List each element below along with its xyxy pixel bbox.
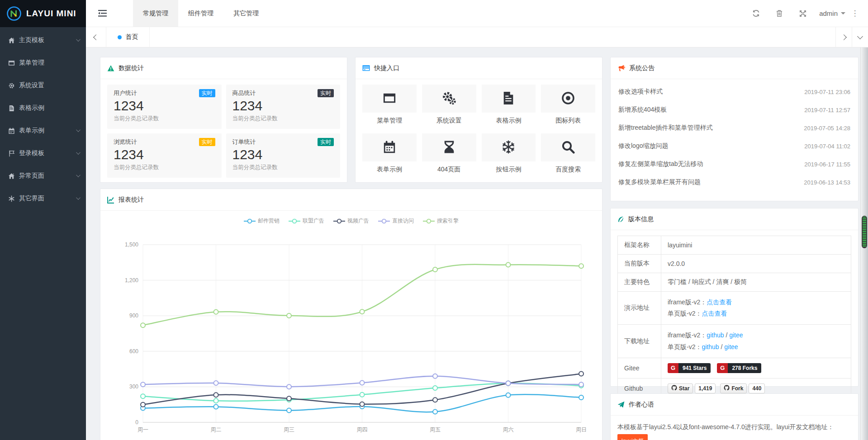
github-fork-button[interactable]: Fork [720, 383, 747, 393]
link[interactable]: github [702, 343, 719, 350]
scrollbar-thumb[interactable] [862, 216, 867, 248]
tab-scroll-left-icon[interactable] [86, 27, 106, 47]
app-logo[interactable]: LAYUI MINI [0, 0, 86, 27]
tab-operations-icon[interactable] [852, 27, 868, 47]
shortcut-tile[interactable] [541, 133, 595, 161]
line-chart-icon [107, 196, 114, 203]
page-tab-home[interactable]: 首页 [106, 27, 150, 47]
vertical-scrollbar[interactable] [860, 47, 868, 440]
shortcut-tile[interactable] [482, 85, 536, 113]
svg-text:900: 900 [129, 312, 138, 319]
legend-item[interactable]: 直接访问 [378, 217, 414, 225]
panel-announcements: 系统公告 修改选项卡样式2019-07-11 23:06新增系统404模板201… [610, 57, 859, 201]
shortcut-label: 按钮示例 [482, 166, 536, 174]
announcement-row-6[interactable]: 修复多模块菜单栏展开有问题2019-06-13 14:53 [617, 173, 851, 191]
announcement-row-4[interactable]: 修改logo缩放问题2019-07-04 11:02 [617, 137, 851, 155]
legend-item[interactable]: 视频广告 [333, 217, 369, 225]
version-table: 框架名称layuimini当前版本v2.0.0主要特色零门槛 / 响应式 / 清… [617, 236, 851, 399]
main-content: 数据统计 用户统计实时1234当前分类总记录数商品统计实时1234当前分类总记录… [86, 47, 868, 440]
announcement-row-5[interactable]: 修复左侧菜单缩放tab无法移动2019-06-17 11:55 [617, 155, 851, 173]
announcement-time: 2019-06-13 14:53 [804, 179, 850, 186]
clear-cache-trash-icon[interactable] [768, 9, 791, 17]
gears-icon [8, 82, 19, 89]
header-tab-3[interactable]: 其它管理 [223, 0, 269, 27]
fullscreen-icon[interactable] [791, 10, 815, 17]
github-star-button[interactable]: Star [668, 383, 693, 393]
link[interactable]: gitee [729, 331, 743, 339]
shortcut-tile[interactable] [362, 133, 417, 161]
legend-item[interactable]: 联盟广告 [289, 217, 324, 225]
shortcut-tile[interactable] [362, 85, 417, 113]
gitee-badge[interactable]: G941 Stars [668, 363, 711, 373]
sidebar-item-7[interactable]: 异常页面 [0, 165, 86, 187]
header-tab-2[interactable]: 组件管理 [178, 0, 223, 27]
sidebar-item-5[interactable]: 表单示例 [0, 119, 86, 142]
announcement-text: 修复左侧菜单缩放tab无法移动 [618, 160, 703, 168]
github-count[interactable]: 440 [749, 383, 765, 393]
author-content: 本模板基于layui2.5.4以及font-awesome-4.7.0进行实现。… [611, 416, 858, 440]
legend-label: 直接访问 [392, 217, 414, 225]
layui-doc-badge[interactable]: layui文档 [617, 434, 648, 440]
sidebar-item-3[interactable]: 系统设置 [0, 74, 86, 97]
sidebar-item-6[interactable]: 登录模板 [0, 142, 86, 165]
window-icon [383, 91, 396, 106]
header-tab-1[interactable]: 常规管理 [133, 0, 178, 27]
more-options-icon[interactable]: ⋮ [848, 9, 862, 18]
gitee-badge[interactable]: G278 Forks [717, 363, 761, 373]
stat-label: 商品统计 [232, 89, 256, 97]
shortcut-tile[interactable] [422, 85, 476, 113]
sidebar-item-4[interactable]: 表格示例 [0, 97, 86, 119]
sidebar-item-8[interactable]: 其它界面 [0, 187, 86, 210]
flag-icon [8, 150, 19, 157]
stat-caption: 当前分类总记录数 [232, 164, 334, 171]
user-menu[interactable]: admin [819, 9, 845, 17]
stat-card-1: 用户统计实时1234当前分类总记录数 [107, 85, 222, 129]
gitee-logo-icon: G [668, 363, 678, 373]
shortcut-tile[interactable] [422, 133, 476, 161]
announcement-row-2[interactable]: 新增系统404模板2019-07-11 12:57 [617, 101, 851, 119]
announcement-text: 修复多模块菜单栏展开有问题 [618, 178, 701, 186]
shortcut-tile[interactable] [541, 85, 595, 113]
shortcut-label: 图标列表 [541, 117, 595, 125]
chevron-down-icon [76, 195, 81, 200]
shortcut-grid: 菜单管理系统设置表格示例图标列表表单示例404页面按钮示例百度搜索 [362, 85, 595, 182]
shortcut-label: 菜单管理 [362, 117, 417, 125]
link[interactable]: github [707, 331, 724, 339]
announcement-row-1[interactable]: 修改选项卡样式2019-07-11 23:06 [617, 83, 851, 101]
link[interactable]: 点击查看 [707, 298, 732, 306]
version-row-label: 下载地址 [618, 325, 661, 358]
version-row-2: 当前版本v2.0.0 [618, 255, 851, 273]
svg-text:周日: 周日 [576, 426, 587, 433]
collapse-sidebar-icon[interactable] [86, 0, 119, 27]
link[interactable]: gitee [724, 343, 738, 350]
chevron-down-icon [76, 37, 81, 42]
svg-text:1,200: 1,200 [125, 277, 138, 284]
svg-text:0: 0 [135, 419, 138, 426]
shortcut-5: 表单示例 [362, 133, 417, 182]
legend-item[interactable]: 搜索引擎 [423, 217, 459, 225]
sidebar-item-2[interactable]: 菜单管理 [0, 52, 86, 74]
legend-item[interactable]: 邮件营销 [244, 217, 280, 225]
sidebar: LAYUI MINI 主页模板菜单管理系统设置表格示例表单示例登录模板异常页面其… [0, 0, 86, 440]
legend-label: 邮件营销 [258, 217, 280, 225]
link[interactable]: 点击查看 [702, 310, 727, 317]
stat-label: 用户统计 [114, 89, 137, 97]
realtime-badge: 实时 [199, 89, 215, 97]
panel-title: 作者心语 [629, 401, 654, 409]
legend-marker-icon [333, 218, 345, 224]
top-header: 常规管理组件管理其它管理 admin [86, 0, 868, 27]
author-paragraph: layui文档 [617, 433, 851, 440]
sidebar-item-1[interactable]: 主页模板 [0, 29, 86, 52]
tab-scroll-right-icon[interactable] [835, 27, 852, 47]
open-page-tabs: 首页 [106, 27, 150, 47]
github-count[interactable]: 1,419 [695, 383, 716, 393]
announcement-time: 2019-07-05 14:28 [804, 125, 850, 132]
shortcut-tile[interactable] [482, 133, 536, 161]
announcement-row-3[interactable]: 新增treetable插件和菜单管理样式2019-07-05 14:28 [617, 119, 851, 137]
svg-text:周五: 周五 [430, 426, 441, 433]
refresh-icon[interactable] [744, 9, 768, 17]
text: / [724, 331, 730, 339]
stat-caption: 当前分类总记录数 [114, 164, 215, 171]
stat-value: 1234 [232, 98, 334, 114]
realtime-badge: 实时 [318, 89, 334, 97]
